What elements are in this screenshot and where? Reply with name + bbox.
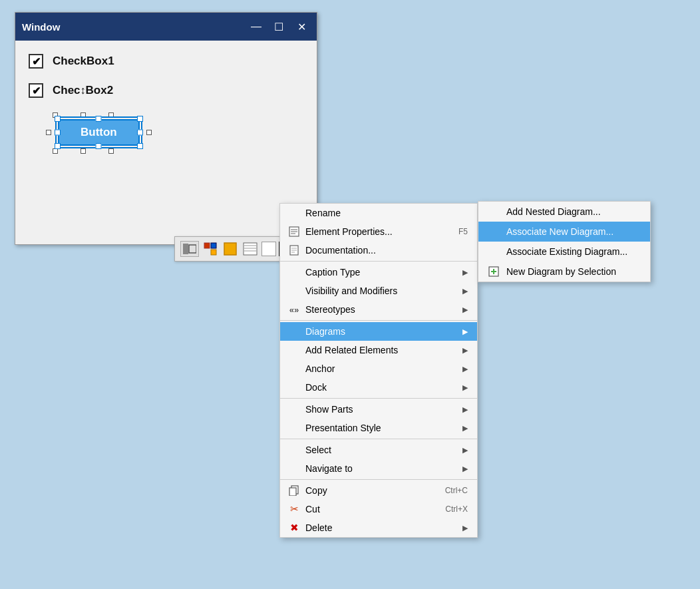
checkbox1[interactable]: ✔	[29, 54, 43, 69]
diagrams-label: Diagrams	[305, 326, 462, 337]
handle-tl	[55, 116, 61, 122]
toolbar-color-white[interactable]	[262, 242, 276, 256]
toolbar-icon-4[interactable]	[242, 240, 259, 258]
rename-label: Rename	[305, 208, 468, 218]
sel-dot-b3	[108, 148, 114, 154]
button-row: Button	[42, 119, 303, 146]
navigate-to-arrow: ▶	[462, 465, 468, 473]
caption-type-arrow: ▶	[462, 268, 468, 277]
dock-label: Dock	[305, 382, 462, 393]
documentation-label: Documentation...	[305, 245, 468, 256]
submenu-new-by-selection[interactable]: New Diagram by Selection	[478, 262, 650, 282]
new-by-selection-label: New Diagram by Selection	[506, 266, 641, 277]
svg-rect-2	[204, 243, 210, 248]
context-menu: Rename Element Properties... F5 Document…	[279, 203, 478, 538]
element-properties-shortcut: F5	[458, 227, 468, 236]
close-button[interactable]: ✕	[293, 21, 310, 33]
show-parts-label: Show Parts	[305, 404, 462, 415]
visibility-arrow: ▶	[462, 287, 468, 295]
sep2	[280, 320, 477, 321]
sep5	[280, 479, 477, 480]
sep4	[280, 439, 477, 439]
checkbox1-row: ✔ CheckBox1	[29, 54, 303, 69]
menu-navigate-to[interactable]: Navigate to ▶	[280, 459, 477, 478]
show-parts-arrow: ▶	[462, 405, 468, 414]
menu-stereotypes[interactable]: «» Stereotypes ▶	[280, 300, 477, 319]
checkbox2-label: Chec↕Box2	[53, 84, 113, 97]
navigate-to-label: Navigate to	[305, 463, 462, 474]
add-related-arrow: ▶	[462, 346, 468, 355]
sel-dot-right	[146, 130, 152, 135]
menu-rename[interactable]: Rename	[280, 204, 477, 222]
delete-label: Delete	[305, 522, 462, 533]
svg-rect-4	[211, 250, 216, 255]
menu-add-related[interactable]: Add Related Elements ▶	[280, 341, 477, 359]
submenu-add-nested[interactable]: Add Nested Diagram...	[478, 202, 650, 222]
presentation-style-arrow: ▶	[462, 424, 468, 433]
button-wrapper: Button	[58, 119, 140, 146]
documentation-icon	[287, 245, 301, 256]
menu-dock[interactable]: Dock ▶	[280, 378, 477, 397]
select-label: Select	[305, 445, 462, 455]
sel-dot-b1	[53, 148, 58, 154]
menu-copy[interactable]: Copy Ctrl+C	[280, 481, 477, 500]
minimize-button[interactable]: —	[248, 21, 265, 33]
caption-type-label: Caption Type	[305, 267, 462, 278]
sel-dot-2	[81, 112, 86, 118]
menu-element-properties[interactable]: Element Properties... F5	[280, 222, 477, 241]
window-body: ✔ CheckBox1 ✔ Chec↕Box2 Button	[15, 41, 317, 167]
select-arrow: ▶	[462, 446, 468, 455]
menu-cut[interactable]: ✂ Cut Ctrl+X	[280, 500, 477, 518]
svg-rect-6	[244, 243, 257, 255]
handle-mr	[137, 130, 143, 136]
element-properties-label: Element Properties...	[305, 226, 445, 237]
checkbox2[interactable]: ✔	[29, 83, 43, 98]
main-window: Window — ☐ ✕ ✔ CheckBox1 ✔ Chec↕Box2	[15, 12, 317, 245]
svg-rect-3	[211, 243, 216, 248]
checkbox1-label: CheckBox1	[53, 55, 114, 68]
sep3	[280, 398, 477, 399]
add-nested-label: Add Nested Diagram...	[506, 206, 641, 217]
stereotypes-label: Stereotypes	[305, 304, 462, 315]
svg-rect-19	[289, 488, 296, 496]
presentation-style-label: Presentation Style	[305, 423, 462, 433]
toolbar-icon-3[interactable]	[222, 240, 239, 258]
svg-rect-0	[183, 244, 188, 254]
toolbar-icon-2[interactable]	[202, 240, 219, 258]
diagrams-arrow: ▶	[462, 327, 468, 336]
window-controls: — ☐ ✕	[248, 21, 310, 33]
add-related-label: Add Related Elements	[305, 345, 462, 355]
copy-shortcut: Ctrl+C	[445, 486, 468, 495]
checkbox2-row: ✔ Chec↕Box2	[29, 83, 303, 98]
new-by-selection-icon	[486, 266, 501, 277]
handle-ml	[55, 130, 61, 136]
menu-diagrams[interactable]: Diagrams ▶	[280, 322, 477, 341]
menu-documentation[interactable]: Documentation...	[280, 241, 477, 260]
toolbar-icon-1[interactable]	[180, 241, 199, 257]
button-element[interactable]: Button	[58, 119, 140, 146]
stereotypes-icon: «»	[287, 305, 301, 315]
anchor-arrow: ▶	[462, 365, 468, 373]
cut-shortcut: Ctrl+X	[445, 504, 468, 514]
submenu-associate-new[interactable]: Associate New Diagram...	[478, 222, 650, 242]
menu-anchor[interactable]: Anchor ▶	[280, 359, 477, 378]
menu-caption-type[interactable]: Caption Type ▶	[280, 263, 477, 282]
handle-br	[137, 143, 143, 149]
svg-rect-1	[189, 245, 196, 253]
dock-arrow: ▶	[462, 383, 468, 392]
handle-tc	[96, 116, 102, 122]
menu-presentation-style[interactable]: Presentation Style ▶	[280, 419, 477, 437]
window-title: Window	[22, 21, 60, 33]
sel-dot-3	[108, 112, 114, 118]
submenu-associate-existing[interactable]: Associate Existing Diagram...	[478, 242, 650, 262]
menu-show-parts[interactable]: Show Parts ▶	[280, 400, 477, 419]
associate-new-label: Associate New Diagram...	[506, 226, 641, 237]
cut-label: Cut	[305, 504, 432, 514]
sel-dot-left	[46, 130, 51, 135]
menu-select[interactable]: Select ▶	[280, 441, 477, 459]
menu-delete[interactable]: ✖ Delete ▶	[280, 518, 477, 537]
maximize-button[interactable]: ☐	[270, 21, 287, 33]
anchor-label: Anchor	[305, 363, 462, 374]
cut-icon: ✂	[287, 503, 301, 515]
menu-visibility[interactable]: Visibility and Modifiers ▶	[280, 282, 477, 300]
